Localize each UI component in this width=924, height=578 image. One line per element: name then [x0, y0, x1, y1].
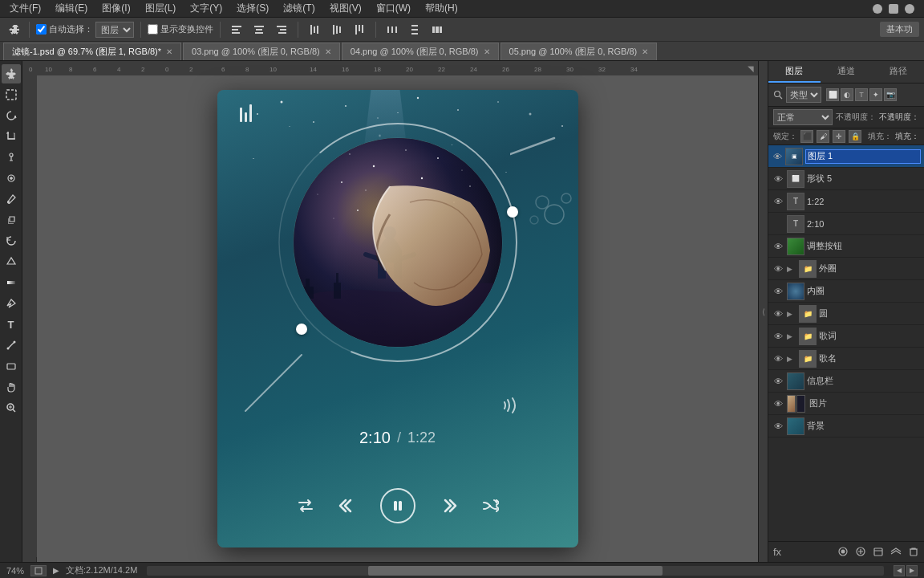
play-btn[interactable]: ▶	[53, 566, 59, 575]
maximize-btn[interactable]	[889, 4, 898, 14]
layer-expand-btn[interactable]: ▶	[787, 310, 796, 318]
layer-item[interactable]: 👁 ▣	[768, 145, 924, 168]
blend-mode-select[interactable]: 正常	[773, 109, 833, 125]
filter-pixel-btn[interactable]: ⬜	[826, 88, 839, 101]
menu-file[interactable]: 文件(F)	[3, 0, 47, 17]
layer-visibility-btn[interactable]: 👁	[772, 377, 784, 386]
add-group-btn[interactable]	[871, 544, 886, 560]
layer-visibility-btn[interactable]: 👁	[772, 309, 784, 319]
layer-item[interactable]: ▶ T 2:10	[768, 213, 924, 235]
align-center-btn[interactable]	[249, 22, 269, 38]
filter-shape-btn[interactable]: ✦	[869, 88, 882, 101]
scroll-thumb[interactable]	[368, 566, 663, 576]
select-tool[interactable]	[2, 85, 21, 104]
lock-paint-btn[interactable]: 🖌	[817, 130, 829, 143]
panel-tab-paths[interactable]: 路径	[872, 61, 924, 83]
layer-type-select[interactable]: 类型	[786, 87, 821, 103]
layer-expand-btn[interactable]: ▶	[787, 265, 796, 273]
layer-expand-btn[interactable]: ▶	[787, 332, 796, 340]
layer-visibility-btn[interactable]: 👁	[772, 264, 784, 274]
minimize-btn[interactable]	[873, 4, 882, 14]
align-right-btn[interactable]	[272, 22, 291, 38]
layer-item[interactable]: 👁 ▶ 📁 外圈	[768, 258, 924, 280]
align-top-btn[interactable]	[305, 22, 324, 38]
layer-item[interactable]: 👁 ▶ 📁 圆	[768, 303, 924, 325]
filter-text-btn[interactable]: T	[855, 88, 868, 101]
layer-visibility-btn[interactable]: 👁	[772, 174, 784, 184]
align-left-btn[interactable]	[227, 22, 246, 38]
lasso-tool[interactable]	[2, 106, 21, 125]
heal-tool[interactable]	[2, 169, 21, 188]
lock-move-btn[interactable]: ✛	[833, 130, 845, 143]
shape-tool[interactable]	[2, 356, 21, 376]
clone-tool[interactable]	[2, 210, 21, 230]
layer-item[interactable]: 👁 内圈	[768, 280, 924, 303]
crop-tool[interactable]	[2, 127, 21, 146]
layer-expand-btn[interactable]: ▶	[787, 355, 796, 363]
move-tool-btn[interactable]	[5, 22, 22, 37]
menu-image[interactable]: 图像(I)	[95, 0, 136, 17]
add-mask-btn[interactable]	[836, 544, 850, 560]
tab-close-0[interactable]: ✕	[166, 47, 172, 56]
menu-edit[interactable]: 编辑(E)	[49, 0, 94, 17]
layer-item[interactable]: 👁 T 1:22	[768, 190, 924, 213]
layer-item[interactable]: 👁 信息栏	[768, 370, 924, 393]
lock-all-btn[interactable]: 🔒	[849, 130, 861, 143]
menu-layer[interactable]: 图层(L)	[139, 0, 183, 17]
tab-close-3[interactable]: ✕	[642, 47, 648, 56]
layer-visibility-btn[interactable]: 👁	[772, 287, 784, 296]
zoom-fit-btn[interactable]	[30, 565, 47, 576]
tab-close-2[interactable]: ✕	[484, 47, 490, 56]
eraser-tool[interactable]	[2, 252, 21, 271]
layer-item[interactable]: 👁 ▶ 📁 歌词	[768, 325, 924, 348]
distrib3-btn[interactable]	[428, 22, 447, 38]
delete-layer-btn[interactable]	[906, 544, 921, 560]
shuffle-btn[interactable]	[481, 497, 499, 515]
tab-close-1[interactable]: ✕	[325, 47, 331, 56]
pause-btn[interactable]	[380, 488, 415, 523]
show-transform-checkbox[interactable]: 显示变换控件	[148, 23, 213, 35]
menu-select[interactable]: 选择(S)	[230, 0, 275, 17]
next-btn[interactable]	[440, 497, 457, 515]
auto-select-checkbox[interactable]: 自动选择： 图层	[36, 22, 134, 38]
text-tool[interactable]: T	[2, 315, 21, 334]
history-tool[interactable]	[2, 231, 21, 250]
scroll-right-btn[interactable]: ▶	[906, 565, 918, 576]
layer-visibility-btn[interactable]: 👁	[772, 399, 784, 409]
pen-tool[interactable]	[2, 294, 21, 313]
canvas[interactable]: 2:10 / 1:22	[37, 75, 758, 562]
panel-tab-layers[interactable]: 图层	[768, 61, 821, 83]
tab-1[interactable]: 03.png @ 100% (图层 0, RGB/8) ✕	[183, 43, 340, 60]
path-tool[interactable]	[2, 336, 21, 355]
repeat-btn[interactable]	[297, 497, 314, 515]
close-btn[interactable]	[905, 4, 914, 14]
layer-item[interactable]: 👁 图片	[768, 393, 924, 415]
layer-item[interactable]: 👁 ▶ 📁 歌名	[768, 348, 924, 370]
layer-item[interactable]: 👁 ⬜ 形状 5	[768, 168, 924, 190]
ruler-corner[interactable]: ◥	[744, 61, 758, 75]
eyedropper-tool[interactable]	[2, 148, 21, 167]
brush-tool[interactable]	[2, 189, 21, 209]
tab-0[interactable]: 滤镜-1.psd @ 69.7% (图层 1, RGB/8)* ✕	[3, 43, 181, 60]
zoom-tool[interactable]	[2, 398, 21, 417]
align-bottom-btn[interactable]	[350, 22, 369, 38]
layer-visibility-btn[interactable]: 👁	[772, 197, 784, 206]
layer-item[interactable]: 👁 背景	[768, 415, 924, 438]
menu-filter[interactable]: 滤镜(T)	[277, 0, 321, 17]
gradient-tool[interactable]	[2, 273, 21, 292]
layer-visibility-btn[interactable]: 👁	[772, 354, 784, 364]
align-middle-btn[interactable]	[327, 22, 346, 38]
move-tool[interactable]	[2, 64, 21, 83]
menu-view[interactable]: 视图(V)	[323, 0, 368, 17]
horizontal-scrollbar[interactable]	[147, 566, 884, 576]
filter-smart-btn[interactable]: 📷	[884, 88, 897, 101]
menu-text[interactable]: 文字(Y)	[184, 0, 229, 17]
prev-btn[interactable]	[338, 497, 356, 515]
layer-visibility-btn[interactable]: 👁	[772, 332, 784, 341]
menu-window[interactable]: 窗口(W)	[370, 0, 417, 17]
lock-pixel-btn[interactable]: ⬛	[800, 130, 813, 143]
layer-select[interactable]: 图层	[95, 22, 134, 38]
fx-btn[interactable]: fx	[772, 544, 783, 560]
filter-adj-btn[interactable]: ◐	[841, 88, 853, 101]
add-adjustment-btn[interactable]	[853, 544, 868, 560]
